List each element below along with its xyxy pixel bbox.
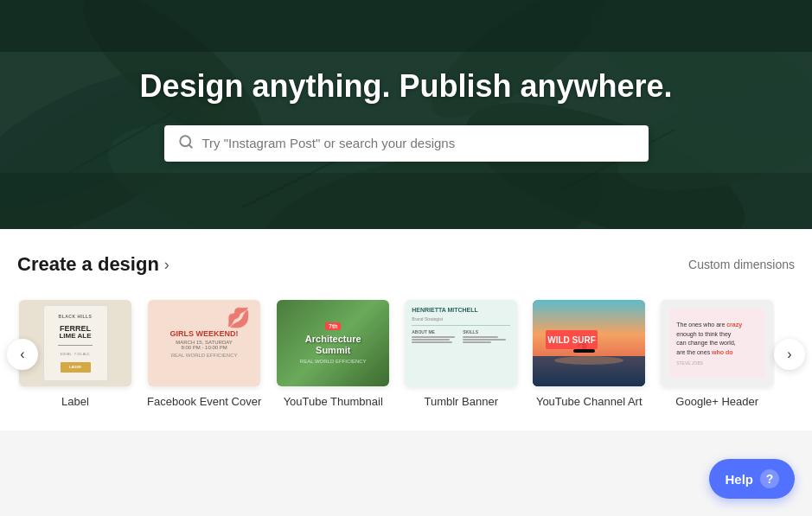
svg-point-19	[554, 356, 623, 365]
fb-lips-icon: 💋	[227, 307, 250, 329]
fb-text: Girls Weekend! MARCH 15, SATURDAY 8:00 P…	[170, 329, 239, 358]
google-thumbnail: The ones who are crazy enough to think t…	[661, 300, 773, 386]
create-title-group: Create a design ›	[17, 253, 169, 276]
svg-line-16	[189, 144, 191, 147]
design-label-label: Label	[61, 395, 89, 410]
youtube-thumbnail: 7th ArchitectureSummit REAL WORLD EFFICI…	[277, 300, 389, 386]
hero-background	[0, 0, 812, 229]
carousel-next-button[interactable]: ›	[774, 339, 805, 370]
design-carousel: ‹ BLACK HILLS FERREL LIME ALE 100 ML	[17, 296, 795, 413]
label-card: BLACK HILLS FERREL LIME ALE 100 ML · 7.5…	[43, 305, 108, 381]
google-quote-text: The ones who are crazy enough to think t…	[676, 321, 742, 357]
create-section-title: Create a design	[17, 253, 159, 276]
design-label-facebook: Facebook Event Cover	[147, 395, 261, 410]
design-label-yt-channel: YouTube Channel Art	[536, 395, 643, 410]
create-section: Create a design › Custom dimensions ‹ BL…	[0, 229, 812, 430]
design-thumb-tumblr: HENRIETTA MITCHELL Brand Strategist Abou…	[405, 300, 517, 386]
yt-channel-svg: WILD SURF	[533, 300, 645, 386]
google-attribution: STEVE JOBS	[676, 360, 703, 366]
design-item-yt-channel[interactable]: WILD SURF YouTube Channel Art	[533, 300, 645, 410]
yt-title: ArchitectureSummit	[305, 334, 361, 356]
facebook-thumbnail: 💋 Girls Weekend! MARCH 15, SATURDAY 8:00…	[148, 300, 260, 386]
google-inner: The ones who are crazy enough to think t…	[669, 309, 764, 378]
tumblr-divider	[412, 325, 510, 326]
yt-sub: REAL WORLD EFFICIENCY	[300, 359, 367, 364]
tumblr-col-left: About Me	[412, 329, 459, 343]
tumblr-thumbnail: HENRIETTA MITCHELL Brand Strategist Abou…	[405, 300, 517, 386]
design-item-google[interactable]: The ones who are crazy enough to think t…	[661, 300, 773, 410]
design-thumb-google: The ones who are crazy enough to think t…	[661, 300, 773, 386]
svg-rect-13	[0, 0, 812, 52]
create-header: Create a design › Custom dimensions	[17, 253, 795, 276]
hero-title: Design anything. Publish anywhere.	[139, 68, 672, 105]
design-label-youtube: YouTube Thumbnail	[284, 395, 383, 410]
design-label-google: Google+ Header	[675, 395, 758, 410]
design-item-youtube-thumb[interactable]: 7th ArchitectureSummit REAL WORLD EFFICI…	[277, 300, 389, 410]
tumblr-name: HENRIETTA MITCHELL	[412, 307, 510, 313]
design-item-facebook[interactable]: 💋 Girls Weekend! MARCH 15, SATURDAY 8:00…	[147, 300, 261, 410]
design-thumb-youtube: 7th ArchitectureSummit REAL WORLD EFFICI…	[277, 300, 389, 386]
design-thumb-yt-channel: WILD SURF	[533, 300, 645, 386]
search-icon	[178, 134, 194, 153]
tumblr-col-right: Skills	[463, 329, 510, 343]
design-thumb-label: BLACK HILLS FERREL LIME ALE 100 ML · 7.5…	[19, 300, 131, 386]
design-label-tumblr: Tumblr Banner	[424, 395, 498, 410]
yt-badge: 7th	[325, 322, 342, 330]
design-items-list: BLACK HILLS FERREL LIME ALE 100 ML · 7.5…	[17, 296, 775, 413]
yt-channel-thumbnail: WILD SURF	[533, 300, 645, 386]
search-bar[interactable]	[164, 125, 649, 162]
custom-dimensions-link[interactable]: Custom dimensions	[688, 258, 795, 271]
svg-rect-14	[0, 173, 812, 229]
design-item-tumblr[interactable]: HENRIETTA MITCHELL Brand Strategist Abou…	[405, 300, 517, 410]
design-thumb-facebook: 💋 Girls Weekend! MARCH 15, SATURDAY 8:00…	[148, 300, 260, 386]
hero-section: Design anything. Publish anywhere.	[0, 0, 812, 229]
tumblr-content: About Me Skills	[412, 329, 510, 343]
svg-text:WILD SURF: WILD SURF	[547, 335, 596, 345]
label-thumbnail: BLACK HILLS FERREL LIME ALE 100 ML · 7.5…	[19, 300, 131, 386]
create-section-arrow[interactable]: ›	[164, 256, 169, 274]
search-input[interactable]	[202, 136, 635, 150]
